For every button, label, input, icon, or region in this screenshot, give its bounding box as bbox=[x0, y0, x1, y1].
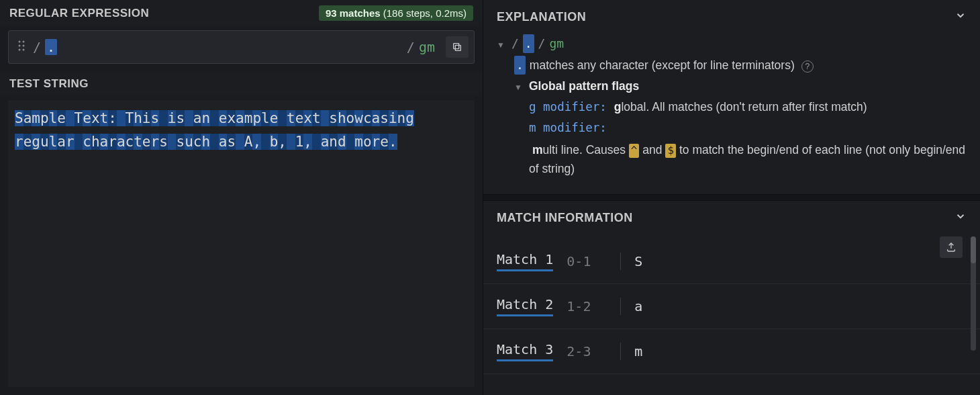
explanation-dot-desc: . matches any character (except for line… bbox=[497, 56, 967, 75]
svg-point-3 bbox=[23, 41, 25, 43]
exp-dot: . bbox=[523, 34, 534, 53]
exp-flags: gm bbox=[549, 34, 564, 53]
test-string-input[interactable]: Sample Text: This is an example text sho… bbox=[8, 100, 475, 387]
section-divider bbox=[483, 194, 980, 201]
m-mod-text: multi line. Causes ^ and $ to match the … bbox=[529, 141, 967, 177]
match-value: m bbox=[634, 343, 642, 359]
match-info-body: Match 10-1SMatch 21-2aMatch 32-3m bbox=[483, 232, 980, 395]
match-label: Match 3 bbox=[497, 341, 553, 361]
match-range: 1-2 bbox=[567, 298, 607, 314]
match-range: 0-1 bbox=[567, 253, 607, 269]
explanation-body: ▼ / . / gm . matches any character (exce… bbox=[483, 32, 980, 194]
match-count-rest: (186 steps, 0.2ms) bbox=[381, 7, 467, 19]
test-string-label: TEST STRING bbox=[9, 77, 89, 91]
match-label: Match 1 bbox=[497, 251, 553, 271]
explanation-header-label: EXPLANATION bbox=[497, 10, 586, 24]
match-label: Match 2 bbox=[497, 296, 553, 316]
export-button[interactable] bbox=[940, 236, 963, 258]
regex-header-label: REGULAR EXPRESSION bbox=[9, 7, 149, 20]
svg-point-2 bbox=[19, 49, 21, 51]
explanation-m-modifier: m modifier: multi line. Causes ^ and $ t… bbox=[497, 119, 967, 177]
match-separator bbox=[620, 253, 621, 270]
explanation-header[interactable]: EXPLANATION bbox=[483, 0, 980, 32]
regex-slash-open: / bbox=[29, 39, 45, 55]
chevron-down-icon[interactable] bbox=[954, 210, 967, 226]
svg-rect-6 bbox=[455, 45, 460, 50]
g-mod-label: g modifier: bbox=[529, 98, 607, 116]
match-info-header[interactable]: MATCH INFORMATION bbox=[483, 201, 980, 232]
help-icon[interactable]: ? bbox=[801, 60, 814, 73]
regex-input[interactable]: / . / gm bbox=[8, 30, 475, 64]
match-info-header-label: MATCH INFORMATION bbox=[497, 211, 633, 225]
svg-rect-7 bbox=[454, 44, 459, 49]
scrollbar[interactable] bbox=[971, 236, 976, 351]
svg-point-1 bbox=[19, 45, 21, 47]
exp-dot-text: matches any character (except for line t… bbox=[530, 56, 795, 75]
match-range: 2-3 bbox=[567, 343, 607, 359]
right-pane: EXPLANATION ▼ / . / gm . matches any cha… bbox=[483, 0, 980, 395]
dollar-token: $ bbox=[665, 144, 676, 158]
explanation-g-modifier: g modifier: global. All matches (don't r… bbox=[497, 98, 967, 116]
svg-point-5 bbox=[23, 49, 25, 51]
drag-handle-icon[interactable] bbox=[14, 40, 29, 54]
regex-section-header: REGULAR EXPRESSION 93 matches (186 steps… bbox=[0, 0, 483, 26]
scrollbar-thumb[interactable] bbox=[971, 236, 976, 263]
regex-flags[interactable]: gm bbox=[419, 39, 442, 55]
exp-slash1: / bbox=[511, 34, 519, 53]
triangle-collapse-icon[interactable]: ▼ bbox=[514, 81, 525, 94]
regex-pattern-text[interactable]: . bbox=[45, 39, 403, 55]
triangle-collapse-icon[interactable]: ▼ bbox=[497, 39, 507, 52]
left-pane: REGULAR EXPRESSION 93 matches (186 steps… bbox=[0, 0, 483, 395]
exp-dot-token2: . bbox=[514, 56, 526, 75]
match-row[interactable]: Match 32-3m bbox=[483, 329, 980, 374]
exp-slash2: / bbox=[538, 34, 546, 53]
explanation-flags-title-row: ▼ Global pattern flags bbox=[497, 77, 967, 95]
svg-point-4 bbox=[23, 45, 25, 47]
caret-token: ^ bbox=[629, 144, 640, 158]
match-row[interactable]: Match 10-1S bbox=[483, 239, 980, 284]
match-separator bbox=[620, 343, 621, 360]
exp-flags-title: Global pattern flags bbox=[529, 77, 639, 95]
test-string-header: TEST STRING bbox=[0, 72, 483, 96]
g-mod-text: global. All matches (don't return after … bbox=[611, 98, 867, 116]
match-value: S bbox=[634, 253, 642, 269]
match-count-bold: 93 matches bbox=[326, 7, 381, 19]
match-count-badge: 93 matches (186 steps, 0.2ms) bbox=[319, 5, 473, 21]
chevron-down-icon[interactable] bbox=[954, 9, 967, 25]
regex-dot-token: . bbox=[45, 39, 57, 55]
regex-slash-close: / bbox=[403, 39, 419, 55]
match-row[interactable]: Match 21-2a bbox=[483, 284, 980, 329]
explanation-pattern-line: ▼ / . / gm bbox=[497, 34, 967, 53]
copy-regex-button[interactable] bbox=[446, 36, 469, 58]
match-separator bbox=[620, 298, 621, 315]
svg-point-0 bbox=[19, 41, 21, 43]
match-value: a bbox=[634, 298, 642, 314]
m-mod-label: m modifier: bbox=[529, 119, 607, 137]
